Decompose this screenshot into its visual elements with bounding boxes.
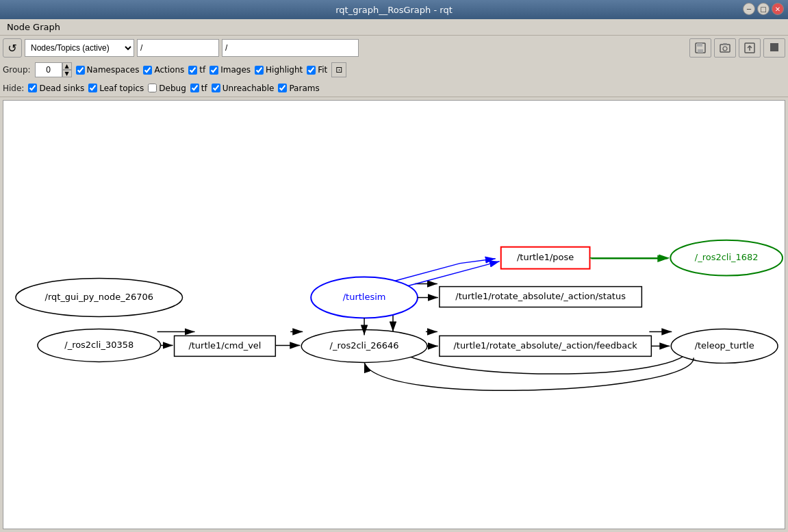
export-button[interactable] (739, 38, 761, 58)
svg-rect-1 (697, 43, 702, 47)
node-rotate-feedback-label: /turtle1/rotate_absolute/_action/feedbac… (453, 340, 637, 351)
filter2-input[interactable] (222, 39, 359, 57)
highlight-checkbox[interactable] (255, 66, 264, 75)
actions-checkbox-label[interactable]: Actions (143, 65, 184, 75)
maximize-button[interactable]: □ (757, 3, 770, 15)
debug-checkbox-label[interactable]: Debug (148, 84, 186, 93)
node-ros2cli1682-label: /_ros2cli_1682 (695, 252, 759, 262)
params-checkbox-label[interactable]: Params (278, 84, 319, 93)
save-button[interactable] (689, 38, 711, 58)
tf2-label: tf (201, 84, 207, 93)
node-ros2cli30358-label: /_ros2cli_30358 (64, 340, 134, 350)
tf2-checkbox-label[interactable]: tf (190, 84, 207, 93)
svg-point-4 (723, 47, 727, 51)
tf-checkbox-label[interactable]: tf (188, 65, 205, 75)
refresh-button[interactable]: ↺ (3, 38, 22, 58)
group-input[interactable] (35, 62, 62, 77)
unreachable-checkbox[interactable] (212, 84, 220, 92)
edge-turtlesim-pose (392, 259, 496, 282)
titlebar-buttons: ─ □ ✕ (743, 3, 784, 15)
view-mode-dropdown[interactable]: Nodes/Topics (active) Nodes only Nodes/T… (25, 39, 134, 57)
fit-checkbox-label[interactable]: Fit (307, 65, 327, 75)
graph-area[interactable]: /rqt_gui_py_node_26706 /_ros2cli_30358 /… (3, 100, 785, 529)
node-rqt-gui-label: /rqt_gui_py_node_26706 (45, 292, 153, 302)
tf-checkbox[interactable] (188, 66, 197, 75)
close-button[interactable]: ✕ (772, 3, 784, 15)
toolbar2: Group: ▲ ▼ Namespaces Actions tf Images … (0, 60, 788, 79)
node-turtlesim-label: /turtlesim (343, 292, 386, 302)
actions-label: Actions (154, 65, 184, 75)
debug-checkbox[interactable] (148, 84, 157, 92)
dead-sinks-label: Dead sinks (39, 84, 84, 93)
fit-checkbox[interactable] (307, 66, 316, 75)
group-spinner-down[interactable]: ▼ (62, 70, 72, 77)
hide-label: Hide: (3, 84, 24, 93)
group-label: Group: (3, 65, 31, 75)
highlight-label: Highlight (266, 65, 303, 75)
stop-button[interactable] (763, 38, 785, 58)
node-ros2cli26646-label: /_ros2cli_26646 (330, 340, 399, 351)
graph-svg: /rqt_gui_py_node_26706 /_ros2cli_30358 /… (3, 101, 785, 529)
params-checkbox[interactable] (278, 84, 287, 92)
actions-checkbox[interactable] (143, 66, 152, 75)
titlebar-title: rqt_graph__RosGraph - rqt (335, 5, 453, 15)
dead-sinks-checkbox[interactable] (28, 84, 37, 92)
menubar: Node Graph (0, 19, 788, 36)
fit-icon-button[interactable]: ⊡ (331, 62, 346, 77)
main-window: Node Graph ↺ Nodes/Topics (active) Nodes… (0, 19, 788, 532)
node-pose-label: /turtle1/pose (517, 252, 574, 262)
node-cmdvel-label: /turtle1/cmd_vel (188, 340, 261, 351)
minimize-button[interactable]: ─ (743, 3, 755, 15)
unreachable-label: Unreachable (223, 84, 275, 93)
images-label: Images (220, 65, 251, 75)
images-checkbox-label[interactable]: Images (209, 65, 251, 75)
leaf-topics-checkbox-label[interactable]: Leaf topics (88, 84, 144, 93)
namespaces-checkbox-label[interactable]: Namespaces (76, 65, 140, 75)
params-label: Params (289, 84, 319, 93)
tf2-checkbox[interactable] (190, 84, 199, 92)
edge-9 (364, 357, 694, 390)
menu-item-node-graph[interactable]: Node Graph (3, 21, 64, 34)
highlight-checkbox-label[interactable]: Highlight (255, 65, 303, 75)
unreachable-checkbox-label[interactable]: Unreachable (212, 84, 275, 93)
screenshot-button[interactable] (714, 38, 736, 58)
leaf-topics-label: Leaf topics (99, 84, 144, 93)
toolbar1: ↺ Nodes/Topics (active) Nodes only Nodes… (0, 36, 788, 60)
titlebar: rqt_graph__RosGraph - rqt ─ □ ✕ (0, 0, 788, 19)
svg-rect-5 (723, 43, 727, 45)
svg-rect-2 (698, 49, 703, 53)
group-spinner-up[interactable]: ▲ (62, 62, 72, 70)
dead-sinks-checkbox-label[interactable]: Dead sinks (28, 84, 84, 93)
fit-label: Fit (318, 65, 327, 75)
leaf-topics-checkbox[interactable] (88, 84, 97, 92)
filter1-input[interactable] (137, 39, 219, 57)
images-checkbox[interactable] (209, 66, 218, 75)
svg-rect-8 (770, 43, 778, 51)
debug-label: Debug (159, 84, 186, 93)
namespaces-label: Namespaces (87, 65, 140, 75)
toolbar3: Hide: Dead sinks Leaf topics Debug tf Un… (0, 79, 788, 97)
node-rotate-status-label: /turtle1/rotate_absolute/_action/status (455, 291, 626, 301)
tf-label: tf (199, 65, 205, 75)
namespaces-checkbox[interactable] (76, 66, 85, 75)
node-teleop-turtle-label: /teleop_turtle (695, 340, 754, 351)
